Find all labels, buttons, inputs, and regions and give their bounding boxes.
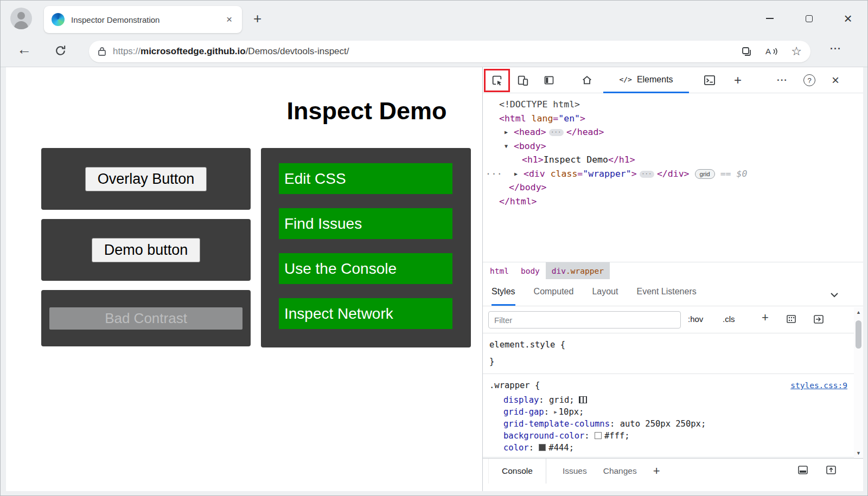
tab-elements[interactable]: </> Elements bbox=[603, 67, 689, 93]
css-prop-color[interactable]: color: #444; bbox=[489, 442, 847, 454]
element-style-open[interactable]: element.style { bbox=[489, 337, 847, 353]
page-heading: Inspect Demo bbox=[239, 97, 482, 125]
drawer-add-tab-button[interactable]: + bbox=[653, 464, 660, 478]
drawer-tab-changes[interactable]: Changes bbox=[603, 466, 637, 476]
css-prop-grid-gap[interactable]: grid-gap: ▶10px; bbox=[489, 406, 847, 418]
tab-event-listeners[interactable]: Event Listeners bbox=[636, 279, 696, 306]
toggle-hover-state-button[interactable]: :hov bbox=[688, 314, 703, 324]
breadcrumb-html[interactable]: html bbox=[484, 262, 515, 279]
tab-styles[interactable]: Styles bbox=[492, 279, 515, 306]
read-aloud-icon[interactable]: A bbox=[765, 46, 778, 57]
code-token: <head> bbox=[514, 127, 546, 137]
maximize-button[interactable] bbox=[789, 1, 828, 36]
window-close-button[interactable]: × bbox=[828, 1, 867, 36]
devtools-close-button[interactable]: × bbox=[826, 72, 845, 89]
profile-avatar[interactable] bbox=[10, 8, 32, 29]
code-token: > bbox=[631, 169, 637, 179]
code-token: <h1> bbox=[522, 154, 544, 165]
browser-tab[interactable]: Inspector Demonstration × bbox=[44, 6, 242, 33]
dock-side-button[interactable] bbox=[539, 72, 559, 89]
back-button[interactable]: ← bbox=[17, 41, 31, 58]
devtools-menu-button[interactable]: ··· bbox=[773, 72, 792, 89]
bad-contrast-container: Bad Contrast bbox=[41, 290, 251, 346]
scrollbar-thumb[interactable] bbox=[856, 320, 861, 349]
content-area: Inspect Demo Overlay Button Demo button … bbox=[6, 67, 863, 491]
code-token: grid-gap bbox=[503, 407, 544, 417]
refresh-button[interactable] bbox=[54, 44, 67, 60]
home-icon bbox=[581, 74, 593, 86]
dom-div-wrapper-node[interactable]: ···▶<div class="wrapper">···</div>grid =… bbox=[483, 167, 863, 181]
dom-body-open[interactable]: ▼<body> bbox=[483, 139, 863, 153]
toggle-class-button[interactable]: .cls bbox=[723, 314, 735, 324]
home-button[interactable] bbox=[577, 72, 597, 89]
css-prop-grid-template-columns[interactable]: grid-template-columns: auto 250px 250px; bbox=[489, 418, 847, 430]
wrapper-selector[interactable]: .wrapper { bbox=[489, 377, 540, 394]
tab-layout[interactable]: Layout bbox=[592, 279, 618, 306]
find-issues-link[interactable]: Find Issues bbox=[279, 208, 452, 239]
dock-bottom-icon[interactable] bbox=[798, 466, 808, 476]
minimize-button[interactable] bbox=[750, 1, 789, 36]
demo-button[interactable]: Demo button bbox=[92, 238, 201, 262]
breadcrumb-div-wrapper[interactable]: div.wrapper bbox=[546, 262, 610, 279]
code-token: "wrapper" bbox=[583, 169, 631, 179]
expand-drawer-icon[interactable] bbox=[826, 466, 836, 476]
style-filter-input[interactable] bbox=[488, 311, 681, 328]
code-token: .wrapper { bbox=[489, 381, 540, 390]
dom-h1-node[interactable]: <h1>Inspect Demo</h1> bbox=[483, 153, 863, 167]
device-emulation-button[interactable] bbox=[513, 72, 533, 89]
element-style-rule: element.style { } bbox=[483, 333, 854, 374]
inspect-network-link[interactable]: Inspect Network bbox=[279, 298, 452, 329]
css-source-link[interactable]: styles.css:9 bbox=[790, 377, 847, 394]
overlay-button[interactable]: Overlay Button bbox=[85, 167, 207, 191]
code-token: grid bbox=[549, 395, 569, 405]
window-controls: × bbox=[750, 1, 867, 36]
drawer-tab-issues[interactable]: Issues bbox=[563, 466, 587, 476]
code-token: ··· bbox=[549, 129, 564, 136]
scroll-down-icon[interactable]: ▼ bbox=[854, 450, 863, 456]
drawer-tab-console[interactable]: Console bbox=[488, 459, 546, 484]
use-console-link[interactable]: Use the Console bbox=[279, 253, 452, 284]
browser-menu-button[interactable]: ··· bbox=[830, 43, 841, 55]
dom-doctype[interactable]: <!DOCTYPE html> bbox=[483, 98, 863, 112]
scroll-up-icon[interactable]: ▲ bbox=[854, 310, 863, 315]
dom-html-close[interactable]: </html> bbox=[483, 195, 863, 209]
tab-computed[interactable]: Computed bbox=[534, 279, 574, 306]
drawer-icons bbox=[798, 466, 836, 476]
css-prop-display[interactable]: display: grid; bbox=[489, 394, 847, 406]
code-token: background-color bbox=[503, 431, 584, 441]
address-bar[interactable]: https://microsoftedge.github.io/Demos/de… bbox=[89, 41, 810, 62]
code-token bbox=[526, 113, 532, 124]
url-scheme: https:// bbox=[113, 46, 141, 56]
code-token: color bbox=[503, 443, 529, 453]
code-token: ; bbox=[569, 395, 574, 405]
styles-scrollbar[interactable]: ▲ ▼ bbox=[854, 307, 863, 458]
lock-icon[interactable] bbox=[98, 47, 106, 56]
new-tab-button[interactable]: + bbox=[253, 10, 261, 27]
refresh-icon bbox=[54, 44, 67, 57]
code-token bbox=[545, 169, 551, 179]
new-style-rule-button[interactable]: + bbox=[762, 311, 769, 325]
breadcrumb-body[interactable]: body bbox=[515, 262, 546, 279]
element-style-close[interactable]: } bbox=[489, 353, 847, 370]
help-button[interactable]: ? bbox=[800, 72, 819, 89]
dom-head-node[interactable]: ▶<head>···</head> bbox=[483, 125, 863, 139]
console-drawer-button[interactable] bbox=[700, 72, 719, 89]
css-prop-background-color[interactable]: background-color: #fff; bbox=[489, 430, 847, 442]
tab-close-icon[interactable]: × bbox=[224, 14, 234, 25]
dom-html-open[interactable]: <html lang="en"> bbox=[483, 112, 863, 126]
bad-contrast-button[interactable]: Bad Contrast bbox=[49, 307, 242, 330]
element-states-icon[interactable] bbox=[787, 315, 796, 325]
code-token: </div> bbox=[657, 169, 690, 179]
open-styles-panel-icon[interactable] bbox=[814, 315, 824, 326]
code-token bbox=[539, 444, 546, 451]
collections-icon[interactable] bbox=[741, 46, 752, 57]
code-token: </head> bbox=[566, 127, 604, 137]
browser-window: Inspector Demonstration × + × ← https://… bbox=[0, 0, 868, 496]
more-tabs-button[interactable]: + bbox=[728, 72, 748, 89]
dom-body-close[interactable]: </body> bbox=[483, 181, 863, 195]
code-token: $0 bbox=[736, 169, 747, 179]
edit-css-link[interactable]: Edit CSS bbox=[279, 163, 452, 194]
favorites-star-icon[interactable]: ☆ bbox=[791, 46, 802, 57]
chevron-down-icon[interactable] bbox=[831, 290, 838, 300]
minimize-icon bbox=[766, 18, 774, 19]
